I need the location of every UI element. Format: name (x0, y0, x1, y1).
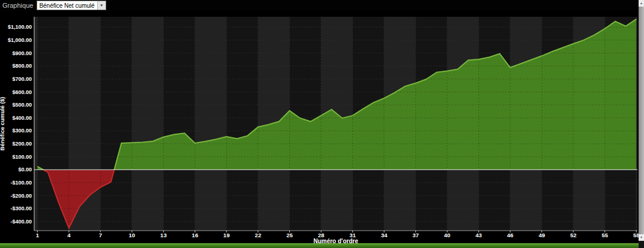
svg-text:55: 55 (601, 232, 608, 238)
svg-text:34: 34 (381, 232, 388, 238)
scroll-down-icon: ▼ (640, 235, 643, 239)
svg-text:$1,100.00: $1,100.00 (8, 24, 32, 30)
y-axis-title: Bénéfice cumulé ($) (0, 97, 5, 151)
svg-text:$700.00: $700.00 (12, 76, 32, 82)
svg-text:1: 1 (36, 232, 40, 238)
svg-text:$800.00: $800.00 (12, 63, 32, 69)
svg-text:7: 7 (99, 232, 102, 238)
svg-text:13: 13 (160, 232, 167, 238)
svg-text:43: 43 (475, 232, 482, 238)
svg-text:22: 22 (255, 232, 262, 238)
svg-text:-$200.00: -$200.00 (10, 193, 32, 199)
svg-text:$600.00: $600.00 (12, 89, 32, 95)
svg-text:46: 46 (507, 232, 514, 238)
next-panel-edge (0, 243, 639, 248)
equity-curve-chart: 1471013161922252831343740434649525558$1,… (0, 11, 639, 243)
svg-text:10: 10 (129, 232, 136, 238)
vertical-scrollbar[interactable]: ▲ ▼ (639, 0, 644, 241)
svg-text:$300.00: $300.00 (12, 128, 32, 134)
scrollbar-corner (639, 241, 644, 248)
scrollbar-track[interactable] (639, 7, 644, 234)
chart-area: 1471013161922252831343740434649525558$1,… (0, 11, 639, 243)
svg-text:$400.00: $400.00 (12, 115, 32, 121)
chart-type-dropdown[interactable]: Bénéfice Net cumulé ▼ (37, 1, 106, 10)
svg-text:37: 37 (412, 232, 419, 238)
svg-text:58: 58 (633, 232, 639, 238)
svg-text:$200.00: $200.00 (12, 141, 32, 147)
svg-text:40: 40 (444, 232, 451, 238)
svg-text:-$400.00: -$400.00 (10, 219, 32, 225)
x-axis-title: Numéro d'ordre (313, 238, 358, 244)
chart-type-label: Graphique (2, 2, 33, 9)
svg-text:$1,000.00: $1,000.00 (8, 37, 32, 43)
svg-text:52: 52 (570, 232, 577, 238)
svg-text:49: 49 (538, 232, 545, 238)
svg-text:19: 19 (223, 232, 230, 238)
svg-text:$100.00: $100.00 (12, 154, 32, 160)
svg-text:$900.00: $900.00 (12, 50, 32, 56)
svg-text:4: 4 (67, 232, 71, 238)
scroll-up-icon: ▲ (640, 1, 643, 5)
scroll-up-button[interactable]: ▲ (639, 0, 644, 7)
svg-text:$500.00: $500.00 (12, 102, 32, 108)
svg-text:16: 16 (192, 232, 199, 238)
svg-text:-$300.00: -$300.00 (10, 205, 32, 211)
chevron-down-icon: ▼ (97, 1, 106, 10)
y-axis-labels: $1,100.00$1,000.00$900.00$800.00$700.00$… (8, 24, 32, 225)
chart-type-value: Bénéfice Net cumulé (37, 1, 97, 10)
scroll-down-button[interactable]: ▼ (639, 234, 644, 241)
svg-text:25: 25 (286, 232, 293, 238)
chart-toolbar: Graphique Bénéfice Net cumulé ▼ (0, 0, 639, 11)
svg-text:-$100.00: -$100.00 (10, 180, 32, 186)
svg-text:$0.00: $0.00 (18, 167, 32, 173)
